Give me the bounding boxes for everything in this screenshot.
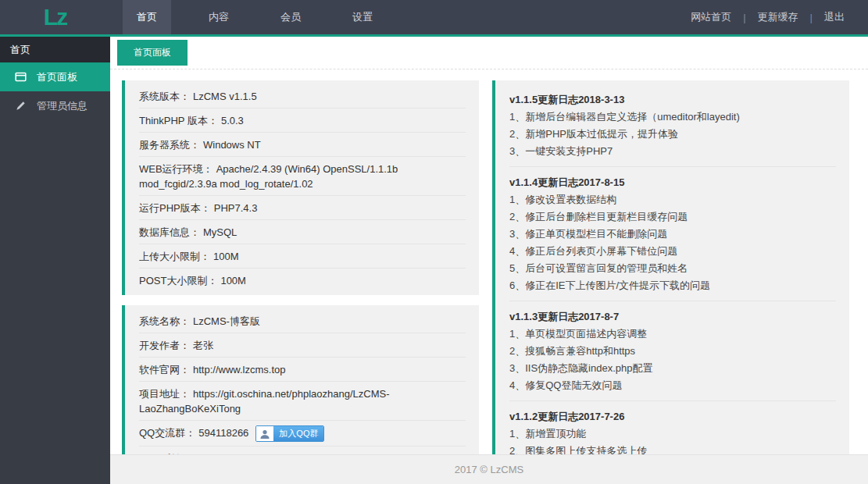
info-value: 100M xyxy=(220,275,246,286)
pencil-icon xyxy=(15,100,27,112)
changelog-block: v1.1.2更新日志2017-7-261、新增置顶功能2、图集多图上传支持多选上… xyxy=(509,401,836,454)
sidebar-menu: 首页面板管理员信息 xyxy=(0,62,110,120)
changelog-item: 1、新增后台编辑器自定义选择（umeditor和layedit) xyxy=(509,109,836,126)
changelog-item: 5、后台可设置留言回复的管理员和姓名 xyxy=(509,260,836,277)
info-label: WEB运行环境： xyxy=(139,163,213,175)
info-label: 系统名称： xyxy=(139,315,190,327)
info-row: 运行PHP版本：PHP7.4.3 xyxy=(139,196,466,220)
content: 系统版本：LzCMS v1.1.5ThinkPHP 版本：5.0.3服务器系统：… xyxy=(110,69,868,454)
info-label: POST大小限制： xyxy=(139,275,217,286)
sidebar: 首页 首页面板管理员信息 xyxy=(0,37,110,484)
changelog-item: 4、修正后台列表页小屏幕下错位问题 xyxy=(509,243,836,260)
brand-logo: Lz xyxy=(44,5,66,29)
changelog-block: v1.1.5更新日志2018-3-131、新增后台编辑器自定义选择（umedit… xyxy=(509,84,836,167)
system-info-panel: 系统版本：LzCMS v1.1.5ThinkPHP 版本：5.0.3服务器系统：… xyxy=(122,80,479,295)
info-row: 服务器系统：Windows NT xyxy=(139,133,466,157)
changelog-title: v1.1.2更新日志2017-7-26 xyxy=(509,407,836,425)
info-row: 软件官网：http://www.lzcms.top xyxy=(139,358,466,382)
info-label: 软件官网： xyxy=(139,364,190,375)
changelog-block: v1.1.4更新日志2017-8-151、修改设置表数据结构2、修正后台删除栏目… xyxy=(509,167,836,301)
info-value: MySQL xyxy=(203,226,237,238)
info-row: ThinkPHP 版本：5.0.3 xyxy=(139,109,466,133)
sidebar-item-label: 首页面板 xyxy=(37,70,77,84)
info-value: LzCMS-博客版 xyxy=(193,315,260,327)
nav-separator: | xyxy=(743,12,745,23)
content-tabbar: 首页面板 xyxy=(110,37,868,69)
info-label: 开发作者： xyxy=(139,340,190,351)
sidebar-header: 首页 xyxy=(0,37,110,62)
info-label: QQ交流群： xyxy=(139,427,195,439)
info-value: 594118266 xyxy=(198,427,248,439)
info-label: 服务器系统： xyxy=(139,139,200,151)
info-row: 数据库信息：MySQL xyxy=(139,220,466,244)
info-value: PHP7.4.3 xyxy=(214,202,258,214)
nav-tabs: 首页内容会员设置 xyxy=(123,0,410,34)
info-row: 开发作者：老张 xyxy=(139,333,466,358)
info-label: ThinkPHP 版本： xyxy=(139,115,218,126)
info-row: WEB运行环境：Apache/2.4.39 (Win64) OpenSSL/1.… xyxy=(139,157,466,196)
top-navbar: Lz 首页内容会员设置 网站首页|更新缓存|退出 xyxy=(0,0,868,37)
info-row: 上传大小限制：100M xyxy=(139,244,466,269)
nav-link[interactable]: 更新缓存 xyxy=(758,10,798,24)
panel-icon xyxy=(15,71,27,83)
changelog-item: 2、新增PHP版本过低提示，提升体验 xyxy=(509,126,836,143)
changelog-item: 3、修正单页模型栏目不能删除问题 xyxy=(509,226,836,243)
main-area: 首页面板 系统版本：LzCMS v1.1.5ThinkPHP 版本：5.0.3服… xyxy=(110,37,868,454)
sidebar-item[interactable]: 首页面板 xyxy=(0,62,110,91)
join-qq-group-label: 加入QQ群 xyxy=(273,425,323,442)
nav-right-links: 网站首页|更新缓存|退出 xyxy=(691,0,868,34)
changelog-item: 2、图集多图上传支持多选上传 xyxy=(509,443,836,454)
sidebar-item[interactable]: 管理员信息 xyxy=(0,91,110,120)
changelog-item: 2、修正后台删除栏目更新栏目缓存问题 xyxy=(509,208,836,226)
nav-tab[interactable]: 首页 xyxy=(123,0,171,34)
right-column: v1.1.5更新日志2018-3-131、新增后台编辑器自定义选择（umedit… xyxy=(492,80,849,454)
changelog-title: v1.1.3更新日志2017-8-7 xyxy=(509,307,836,326)
nav-link[interactable]: 网站首页 xyxy=(691,10,731,24)
logo-area[interactable]: Lz xyxy=(0,0,110,34)
nav-tab[interactable]: 设置 xyxy=(338,0,387,34)
info-label: 系统版本： xyxy=(139,91,190,102)
footer: 2017 © LzCMS xyxy=(110,454,868,484)
info-label: 运行PHP版本： xyxy=(139,202,211,214)
changelog-item: 3、IIS伪静态隐藏index.php配置 xyxy=(509,360,836,377)
changelog-block: v1.1.3更新日志2017-8-71、单页模型页面描述内容调整2、搜狐畅言兼容… xyxy=(509,301,836,401)
changelog-item: 3、一键安装支持PHP7 xyxy=(509,143,836,160)
info-value: 5.0.3 xyxy=(221,115,244,126)
sidebar-item-label: 管理员信息 xyxy=(37,99,88,113)
changelog-item: 1、修改设置表数据结构 xyxy=(509,191,836,208)
info-row: 系统名称：LzCMS-博客版 xyxy=(139,309,466,333)
info-label: 上传大小限制： xyxy=(139,251,210,262)
info-value: 100M xyxy=(213,251,239,262)
info-value: 老张 xyxy=(193,340,213,351)
changelog-title: v1.1.4更新日志2017-8-15 xyxy=(509,173,836,191)
copyright-text: 2017 © LzCMS xyxy=(455,464,523,475)
changelog-item: 1、新增置顶功能 xyxy=(509,425,836,443)
nav-tab[interactable]: 内容 xyxy=(195,0,243,34)
info-label: 项目地址： xyxy=(139,388,190,400)
changelog-panel: v1.1.5更新日志2018-3-131、新增后台编辑器自定义选择（umedit… xyxy=(492,80,849,454)
info-row: 项目地址：https://git.oschina.net/phplaozhang… xyxy=(139,382,466,421)
qq-avatar-icon xyxy=(256,425,273,442)
nav-separator: | xyxy=(810,12,813,23)
info-row: POST大小限制：100M xyxy=(139,269,466,292)
changelog-item: 6、修正在IE下上传图片/文件提示下载的问题 xyxy=(509,277,836,294)
nav-link[interactable]: 退出 xyxy=(824,10,845,24)
info-value: LzCMS v1.1.5 xyxy=(193,91,257,102)
info-value: http://www.lzcms.top xyxy=(193,364,285,375)
info-row: BUG反馈：http://www.phplaozhang.com/feedbac… xyxy=(139,447,466,454)
changelog-item: 2、搜狐畅言兼容http和https xyxy=(509,343,836,360)
tab-home-panel[interactable]: 首页面板 xyxy=(117,40,188,66)
info-value: Windows NT xyxy=(203,139,261,151)
left-column: 系统版本：LzCMS v1.1.5ThinkPHP 版本：5.0.3服务器系统：… xyxy=(122,80,479,454)
nav-tab[interactable]: 会员 xyxy=(266,0,315,34)
changelog-item: 1、单页模型页面描述内容调整 xyxy=(509,326,836,343)
changelog-title: v1.1.5更新日志2018-3-13 xyxy=(509,90,836,109)
info-row: QQ交流群：594118266加入QQ群 xyxy=(139,421,466,447)
about-info-panel: 系统名称：LzCMS-博客版开发作者：老张软件官网：http://www.lzc… xyxy=(122,305,479,454)
info-label: 数据库信息： xyxy=(139,226,200,238)
changelog-item: 4、修复QQ登陆无效问题 xyxy=(509,377,836,394)
info-row: 系统版本：LzCMS v1.1.5 xyxy=(139,84,466,109)
join-qq-group-button[interactable]: 加入QQ群 xyxy=(255,425,324,442)
